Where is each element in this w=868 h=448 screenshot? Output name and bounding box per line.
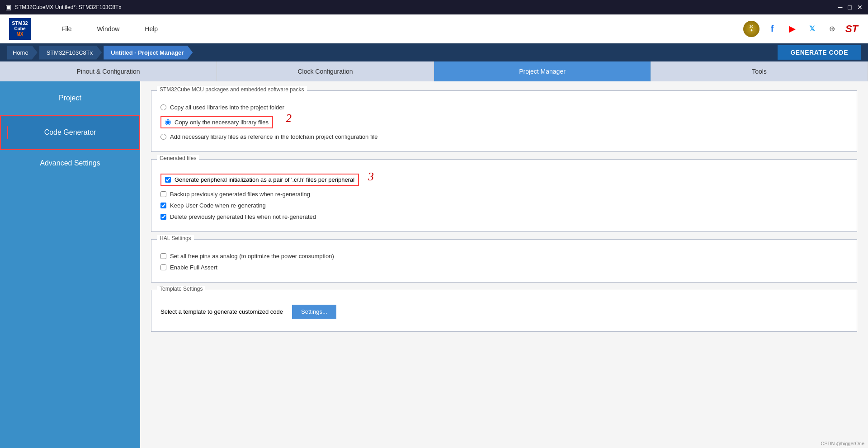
checkbox-full-assert-label[interactable]: Enable Full Assert xyxy=(170,264,217,271)
anniversary-text: 10✦ xyxy=(750,25,754,33)
logo-mx: MX xyxy=(17,32,24,37)
tab-project-manager[interactable]: Project Manager xyxy=(434,61,651,81)
generated-files-title: Generated files xyxy=(157,155,199,161)
menu-items: File Window Help xyxy=(58,24,743,34)
generate-code-button[interactable]: GENERATE CODE xyxy=(778,45,861,60)
radio-copy-all-label[interactable]: Copy all used libraries into the project… xyxy=(170,104,284,111)
logo-stm32: STM32 xyxy=(12,20,28,26)
breadcrumb-chip[interactable]: STM32F103C8Tx xyxy=(39,46,102,60)
anniversary-badge: 10✦ xyxy=(743,21,760,37)
checkbox-gen-pair-label[interactable]: Generate peripheral initialization as a … xyxy=(175,176,354,183)
help-menu[interactable]: Help xyxy=(141,24,161,34)
checkbox-full-assert-row: Enable Full Assert xyxy=(160,262,848,273)
template-label: Select a template to generate customized… xyxy=(160,308,283,315)
window-controls: ─ □ ✕ xyxy=(838,4,863,11)
cursor-indicator xyxy=(7,126,8,139)
minimize-button[interactable]: ─ xyxy=(838,4,843,11)
checkbox-keep-user-code-label[interactable]: Keep User Code when re-generating xyxy=(170,202,266,209)
credit-text: CSDN @biggerOne xyxy=(821,441,864,446)
tab-pinout[interactable]: Pinout & Configuration xyxy=(0,61,217,81)
sidebar-item-project[interactable]: Project xyxy=(0,81,140,115)
template-row: Select a template to generate customized… xyxy=(160,301,848,322)
checkbox-free-pins-input[interactable] xyxy=(160,253,166,259)
hal-settings-section: HAL Settings Set all free pins as analog… xyxy=(151,239,857,283)
checkbox-keep-user-code-input[interactable] xyxy=(160,203,166,208)
checkbox-keep-user-code-row: Keep User Code when re-generating xyxy=(160,200,848,211)
mcu-packages-section: STM32Cube MCU packages and embedded soft… xyxy=(151,90,857,152)
radio-copy-necessary-label[interactable]: Copy only the necessary library files xyxy=(175,119,269,126)
facebook-icon[interactable]: f xyxy=(765,22,779,36)
tab-tools[interactable]: Tools xyxy=(651,61,868,81)
breadcrumb-home[interactable]: Home xyxy=(7,46,38,60)
annotation-2: 2 xyxy=(286,112,292,125)
radio-copy-all-input[interactable] xyxy=(160,104,166,110)
highlighted-option-wrapper: Copy only the necessary library files xyxy=(160,116,273,128)
menu-bar: STM32 Cube MX File Window Help 10✦ f ▶ 𝕏… xyxy=(0,14,868,43)
window-menu[interactable]: Window xyxy=(94,24,123,34)
settings-button[interactable]: Settings... xyxy=(292,305,336,319)
content-area: STM32Cube MCU packages and embedded soft… xyxy=(140,81,868,448)
mcu-section-title: STM32Cube MCU packages and embedded soft… xyxy=(157,86,307,93)
checkbox-delete-prev-row: Delete previously generated files when n… xyxy=(160,211,848,222)
hal-section-title: HAL Settings xyxy=(157,235,194,241)
checkbox-gen-pair-row: Generate peripheral initialization as a … xyxy=(160,170,848,189)
main-layout: Project Code Generator Advanced Settings… xyxy=(0,81,868,448)
st-icon[interactable]: ST xyxy=(844,22,859,36)
title-bar: ▣ STM32CubeMX Untitled*: STM32F103C8Tx ─… xyxy=(0,0,868,14)
title-bar-left: ▣ STM32CubeMX Untitled*: STM32F103C8Tx xyxy=(5,4,121,11)
logo-cube: Cube xyxy=(14,26,26,32)
sidebar-item-advanced-settings[interactable]: Advanced Settings xyxy=(0,150,140,176)
highlighted-checkbox-wrapper: Generate peripheral initialization as a … xyxy=(160,174,359,186)
radio-add-reference: Add necessary library files as reference… xyxy=(160,131,848,142)
checkbox-full-assert-input[interactable] xyxy=(160,264,166,270)
checkbox-backup-label[interactable]: Backup previously generated files when r… xyxy=(170,191,310,198)
maximize-button[interactable]: □ xyxy=(848,4,852,11)
sidebar-item-code-generator[interactable]: Code Generator xyxy=(0,115,140,150)
checkbox-free-pins-label[interactable]: Set all free pins as analog (to optimize… xyxy=(170,253,334,259)
radio-copy-necessary-input[interactable] xyxy=(165,119,171,125)
stm32-logo: STM32 Cube MX xyxy=(9,18,31,40)
radio-copy-all: Copy all used libraries into the project… xyxy=(160,102,848,113)
checkbox-delete-prev-input[interactable] xyxy=(160,214,166,220)
annotation-3: 3 xyxy=(368,170,374,184)
file-menu[interactable]: File xyxy=(58,24,75,34)
radio-add-reference-input[interactable] xyxy=(160,134,166,140)
checkbox-backup-row: Backup previously generated files when r… xyxy=(160,189,848,200)
breadcrumb-project[interactable]: Untitled - Project Manager xyxy=(104,46,193,60)
twitter-icon[interactable]: 𝕏 xyxy=(805,22,819,36)
tab-clock[interactable]: Clock Configuration xyxy=(217,61,434,81)
breadcrumb-bar: Home STM32F103C8Tx Untitled - Project Ma… xyxy=(0,43,868,61)
network-icon[interactable]: ⊕ xyxy=(825,22,839,36)
library-radio-group: Copy all used libraries into the project… xyxy=(160,102,848,142)
checkbox-free-pins-row: Set all free pins as analog (to optimize… xyxy=(160,250,848,262)
sidebar: Project Code Generator Advanced Settings xyxy=(0,81,140,448)
checkbox-delete-prev-label[interactable]: Delete previously generated files when n… xyxy=(170,213,316,220)
radio-add-reference-label[interactable]: Add necessary library files as reference… xyxy=(170,133,378,140)
window-title: STM32CubeMX Untitled*: STM32F103C8Tx xyxy=(15,4,121,10)
social-icons: 10✦ f ▶ 𝕏 ⊕ ST xyxy=(743,21,859,37)
radio-copy-necessary: Copy only the necessary library files 2 xyxy=(160,113,848,131)
hal-checkbox-group: Set all free pins as analog (to optimize… xyxy=(160,250,848,273)
youtube-icon[interactable]: ▶ xyxy=(785,22,799,36)
close-button[interactable]: ✕ xyxy=(857,4,863,11)
template-section-title: Template Settings xyxy=(157,286,205,292)
template-settings-section: Template Settings Select a template to g… xyxy=(151,290,857,332)
checkbox-backup-input[interactable] xyxy=(160,191,166,197)
logo-area: STM32 Cube MX xyxy=(9,18,31,40)
generated-files-section: Generated files Generate peripheral init… xyxy=(151,159,857,232)
generated-files-checkbox-group: Generate peripheral initialization as a … xyxy=(160,170,848,222)
checkbox-gen-pair-input[interactable] xyxy=(165,177,171,183)
tab-bar: Pinout & Configuration Clock Configurati… xyxy=(0,61,868,81)
